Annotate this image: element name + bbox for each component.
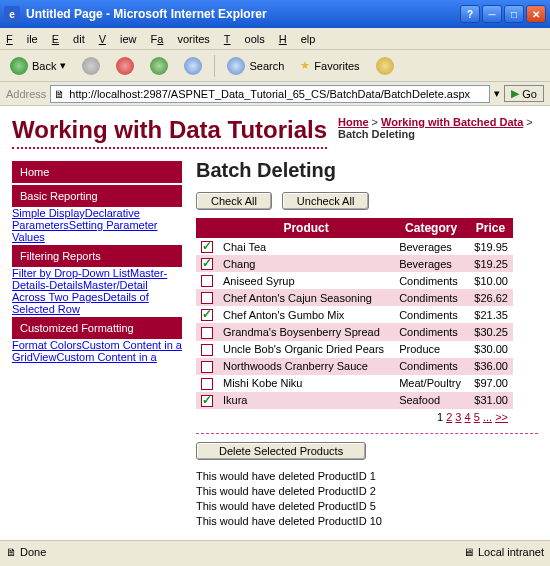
table-row: Grandma's Boysenberry SpreadCondiments$3… <box>196 323 513 340</box>
row-checkbox[interactable] <box>201 309 213 321</box>
row-checkbox[interactable] <box>201 292 213 304</box>
col-category: Category <box>394 218 468 238</box>
pager-link[interactable]: 3 <box>455 411 461 423</box>
sidebar-header[interactable]: Basic Reporting <box>12 185 182 207</box>
results: This would have deleted ProductID 1This … <box>196 470 538 527</box>
close-button[interactable]: ✕ <box>526 5 546 23</box>
star-icon: ★ <box>300 59 310 72</box>
sidebar-item[interactable]: Filter by Drop-Down List <box>12 267 130 279</box>
back-icon <box>10 57 28 75</box>
row-checkbox[interactable] <box>201 395 213 407</box>
breadcrumb-section[interactable]: Working with Batched Data <box>381 116 523 128</box>
cell-product: Northwoods Cranberry Sauce <box>218 358 394 375</box>
table-row: IkuraSeafood$31.00 <box>196 392 513 409</box>
cell-price: $36.00 <box>468 358 513 375</box>
table-row: Chef Anton's Cajun SeasoningCondiments$2… <box>196 289 513 306</box>
cell-product: Grandma's Boysenberry Spread <box>218 323 394 340</box>
pager-link[interactable]: >> <box>495 411 508 423</box>
pager-link[interactable]: 5 <box>474 411 480 423</box>
cell-category: Condiments <box>394 306 468 323</box>
cell-category: Beverages <box>394 255 468 272</box>
history-button[interactable] <box>372 55 398 77</box>
address-dropdown[interactable]: ▾ <box>494 87 500 100</box>
cell-price: $21.35 <box>468 306 513 323</box>
cell-category: Seafood <box>394 392 468 409</box>
cell-category: Condiments <box>394 358 468 375</box>
menu-help[interactable]: Help <box>279 33 316 45</box>
uncheck-all-button[interactable]: Uncheck All <box>282 192 369 210</box>
favorites-label: Favorites <box>314 60 359 72</box>
row-checkbox[interactable] <box>201 361 213 373</box>
sidebar-item[interactable]: Format Colors <box>12 339 82 351</box>
zone-icon: 🖥 <box>463 546 474 558</box>
menu-tools[interactable]: Tools <box>224 33 265 45</box>
row-checkbox[interactable] <box>201 327 213 339</box>
forward-icon <box>82 57 100 75</box>
cell-category: Produce <box>394 341 468 358</box>
favorites-button[interactable]: ★Favorites <box>296 57 363 74</box>
sidebar-header[interactable]: Customized Formatting <box>12 317 182 339</box>
address-input[interactable]: 🗎 http://localhost:2987/ASPNET_Data_Tuto… <box>50 85 490 103</box>
help-button[interactable]: ? <box>460 5 480 23</box>
sidebar-item[interactable]: Simple Display <box>12 207 85 219</box>
status-done-icon: 🗎 <box>6 546 17 558</box>
cell-product: Chef Anton's Cajun Seasoning <box>218 289 394 306</box>
table-row: Northwoods Cranberry SauceCondiments$36.… <box>196 358 513 375</box>
sidebar-header[interactable]: Filtering Reports <box>12 245 182 267</box>
breadcrumb-current: Batch Deleting <box>338 128 415 140</box>
url-text: http://localhost:2987/ASPNET_Data_Tutori… <box>69 88 470 100</box>
cell-price: $26.62 <box>468 289 513 306</box>
search-button[interactable]: Search <box>223 55 288 77</box>
refresh-icon <box>150 57 168 75</box>
history-icon <box>376 57 394 75</box>
home-button[interactable] <box>180 55 206 77</box>
result-line: This would have deleted ProductID 1 <box>196 470 538 482</box>
pager: 1 2 3 4 5 ... >> <box>196 409 513 425</box>
row-checkbox[interactable] <box>201 258 213 270</box>
check-all-button[interactable]: Check All <box>196 192 272 210</box>
window-title: Untitled Page - Microsoft Internet Explo… <box>26 7 267 21</box>
search-icon <box>227 57 245 75</box>
result-line: This would have deleted ProductID 10 <box>196 515 538 527</box>
stop-button[interactable] <box>112 55 138 77</box>
breadcrumb-home[interactable]: Home <box>338 116 369 128</box>
sidebar-item[interactable]: Custom Content in a <box>56 351 156 363</box>
ie-icon: e <box>4 6 20 22</box>
go-button[interactable]: ▶Go <box>504 85 544 102</box>
row-checkbox[interactable] <box>201 241 213 253</box>
menu-edit[interactable]: Edit <box>52 33 85 45</box>
pager-link[interactable]: 2 <box>446 411 452 423</box>
sidebar-header[interactable]: Home <box>12 161 182 183</box>
row-checkbox[interactable] <box>201 378 213 390</box>
cell-price: $19.25 <box>468 255 513 272</box>
maximize-button[interactable]: □ <box>504 5 524 23</box>
delete-selected-button[interactable]: Delete Selected Products <box>196 442 366 460</box>
status-text: Done <box>20 546 46 558</box>
toolbar: Back▾ Search ★Favorites <box>0 50 550 82</box>
refresh-button[interactable] <box>146 55 172 77</box>
table-row: Aniseed SyrupCondiments$10.00 <box>196 272 513 289</box>
cell-product: Chef Anton's Gumbo Mix <box>218 306 394 323</box>
menu-favorites[interactable]: Favorites <box>151 33 210 45</box>
row-checkbox[interactable] <box>201 344 213 356</box>
menu-file[interactable]: File <box>6 33 38 45</box>
cell-category: Condiments <box>394 289 468 306</box>
table-row: Uncle Bob's Organic Dried PearsProduce$3… <box>196 341 513 358</box>
page-heading: Batch Deleting <box>196 159 538 182</box>
cell-category: Meat/Poultry <box>394 375 468 392</box>
row-checkbox[interactable] <box>201 275 213 287</box>
minimize-button[interactable]: ─ <box>482 5 502 23</box>
cell-product: Chang <box>218 255 394 272</box>
back-label: Back <box>32 60 56 72</box>
cell-category: Condiments <box>394 272 468 289</box>
back-button[interactable]: Back▾ <box>6 55 70 77</box>
go-icon: ▶ <box>511 87 519 100</box>
stop-icon <box>116 57 134 75</box>
cell-price: $97.00 <box>468 375 513 392</box>
pager-link[interactable]: 4 <box>465 411 471 423</box>
forward-button[interactable] <box>78 55 104 77</box>
pager-link[interactable]: ... <box>483 411 492 423</box>
cell-price: $31.00 <box>468 392 513 409</box>
menu-view[interactable]: View <box>99 33 137 45</box>
statusbar: 🗎 Done 🖥Local intranet <box>0 540 550 562</box>
